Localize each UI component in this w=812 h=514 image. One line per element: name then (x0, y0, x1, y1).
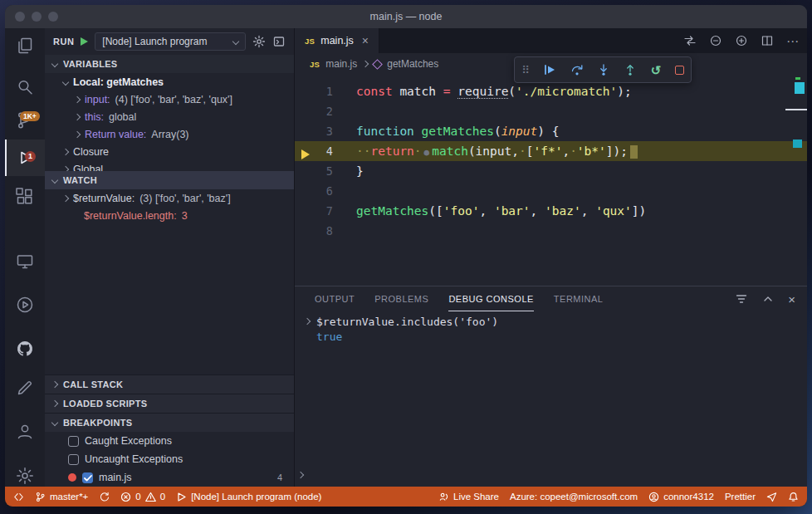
open-changes-icon[interactable] (683, 34, 697, 47)
breadcrumb-file[interactable]: main.js (325, 58, 357, 70)
restart-icon[interactable]: ↺ (651, 64, 662, 76)
tree-row[interactable]: Return value:Array(3) (45, 125, 294, 143)
loaded-scripts-header-label: LOADED SCRIPTS (63, 399, 147, 409)
debug-console-icon[interactable] (272, 35, 286, 48)
feedback-icon[interactable] (766, 492, 777, 502)
line-number: 1 (326, 85, 333, 98)
code-line[interactable]: 7getMatches(['foo', 'bar', 'baz', 'qux']… (295, 201, 807, 221)
problems-item[interactable]: 0 0 (120, 492, 165, 502)
watch-section-header[interactable]: WATCH (45, 171, 294, 189)
filter-icon[interactable] (735, 292, 748, 306)
panel-tab-terminal[interactable]: TERMINAL (554, 286, 604, 311)
files-icon[interactable] (15, 36, 35, 56)
gutter[interactable]: 7 (295, 204, 336, 218)
launch-config-dropdown[interactable]: [Node] Launch program (95, 32, 246, 51)
play-circle-icon[interactable] (15, 295, 35, 315)
extensions-icon[interactable] (15, 187, 35, 207)
settings-gear-icon[interactable] (15, 466, 35, 486)
stop-icon[interactable] (675, 66, 684, 75)
tree-row[interactable]: this:global (45, 108, 294, 125)
start-debug-icon[interactable] (81, 37, 88, 46)
next-change-icon[interactable] (735, 34, 748, 47)
tree-row[interactable]: input:(4) ['foo', 'bar', 'baz', 'qux'] (45, 91, 294, 108)
call-stack-header-label: CALL STACK (63, 379, 123, 389)
gutter[interactable]: 6 (295, 184, 336, 198)
zoom-window-button[interactable] (48, 12, 58, 22)
account-item[interactable]: connor4312 (648, 492, 714, 502)
breakpoint-dot-icon[interactable] (68, 473, 76, 482)
variable-name: this: (85, 111, 104, 123)
close-panel-icon[interactable]: × (788, 293, 795, 306)
tree-row[interactable]: $returnValue:(3) ['foo', 'bar', 'baz'] (45, 189, 294, 207)
code-line[interactable]: 6 (295, 181, 807, 201)
tree-row[interactable]: $returnValue.length:3 (45, 207, 294, 224)
code-line[interactable]: 8 (295, 221, 807, 241)
uncaught-exceptions-checkbox[interactable] (68, 454, 79, 465)
breakpoint-row-uncaught[interactable]: Uncaught Exceptions (45, 450, 294, 468)
continue-icon[interactable] (543, 63, 556, 76)
edit-icon[interactable] (15, 378, 35, 398)
gutter[interactable]: 2 (295, 105, 336, 118)
breakpoint-row-caught[interactable]: Caught Exceptions (45, 432, 294, 450)
azure-account-item[interactable]: Azure: copeet@microsoft.com (510, 492, 638, 502)
prev-change-icon[interactable] (709, 34, 722, 47)
gutter[interactable]: 3 (295, 125, 336, 138)
tree-row[interactable]: Global (45, 160, 294, 171)
notifications-bell-icon[interactable] (788, 492, 799, 502)
code-editor[interactable]: 1const match = require('./micromatch');2… (295, 75, 807, 286)
close-tab-icon[interactable]: × (362, 35, 369, 47)
tree-row[interactable]: Local: getMatches (45, 73, 294, 91)
chevron-right-icon (51, 381, 58, 388)
caught-exceptions-checkbox[interactable] (68, 436, 79, 447)
panel-tab-output[interactable]: OUTPUT (315, 286, 355, 311)
debug-settings-gear-icon[interactable] (252, 35, 266, 48)
close-window-button[interactable] (15, 12, 25, 22)
console-entry[interactable]: $returnValue.includes('foo') (305, 314, 807, 329)
breakpoint-checkbox[interactable] (82, 472, 93, 483)
minimize-window-button[interactable] (32, 12, 42, 22)
remote-explorer-icon[interactable] (15, 252, 35, 272)
loaded-scripts-section-header[interactable]: LOADED SCRIPTS (45, 394, 294, 413)
expand-entry-icon[interactable] (304, 318, 311, 325)
code-line[interactable]: 5} (295, 161, 807, 181)
live-share-item[interactable]: Live Share (438, 492, 499, 502)
tab-mainjs[interactable]: JS main.js × (295, 28, 379, 53)
gutter[interactable]: 1 (295, 85, 336, 98)
step-into-icon[interactable] (597, 63, 610, 76)
step-out-icon[interactable] (624, 63, 637, 76)
github-icon[interactable] (15, 339, 35, 359)
console-expression: $returnValue.includes('foo') (316, 316, 498, 328)
code-line[interactable]: 4··return·●match(input,·['f*',·'b*']); (295, 141, 807, 161)
remote-indicator-icon[interactable] (13, 492, 24, 502)
git-branch-item[interactable]: master*+ (35, 492, 88, 502)
split-editor-icon[interactable] (761, 34, 774, 47)
variables-section-header[interactable]: VARIABLES (45, 55, 294, 73)
console-input-row[interactable] (298, 467, 303, 480)
panel-tab-problems[interactable]: PROBLEMS (374, 286, 428, 311)
call-stack-section-header[interactable]: CALL STACK (45, 374, 294, 394)
debug-target-item[interactable]: [Node] Launch program (node) (176, 492, 321, 502)
step-over-icon[interactable] (570, 63, 584, 76)
debug-console[interactable]: $returnValue.includes('foo') true (295, 311, 807, 487)
search-icon[interactable] (15, 77, 35, 97)
gutter[interactable]: 8 (295, 224, 336, 237)
breakpoint-row-file[interactable]: main.js 4 (45, 468, 294, 487)
title-bar[interactable]: main.js — node (5, 5, 807, 28)
accounts-icon[interactable] (15, 422, 35, 442)
gutter[interactable]: 4 (295, 144, 336, 158)
sync-icon[interactable] (99, 492, 110, 502)
panel-tab-debug-console[interactable]: DEBUG CONSOLE (448, 286, 533, 311)
code-line[interactable]: 1const match = require('./micromatch'); (295, 81, 807, 101)
more-actions-icon[interactable]: ⋯ (786, 35, 799, 47)
console-result: true (305, 329, 807, 344)
variable-name: $returnValue: (73, 193, 135, 204)
chevron-up-icon[interactable] (761, 292, 775, 306)
breadcrumb-symbol[interactable]: getMatches (387, 58, 438, 70)
tree-row[interactable]: Closure (45, 143, 294, 160)
gutter[interactable]: 5 (295, 164, 336, 178)
breakpoints-section-header[interactable]: BREAKPOINTS (45, 413, 294, 432)
code-line[interactable]: 2 (295, 101, 807, 121)
formatter-item[interactable]: Prettier (725, 492, 756, 502)
drag-handle-icon[interactable]: ⠿ (521, 64, 530, 76)
code-line[interactable]: 3function getMatches(input) { (295, 121, 807, 141)
